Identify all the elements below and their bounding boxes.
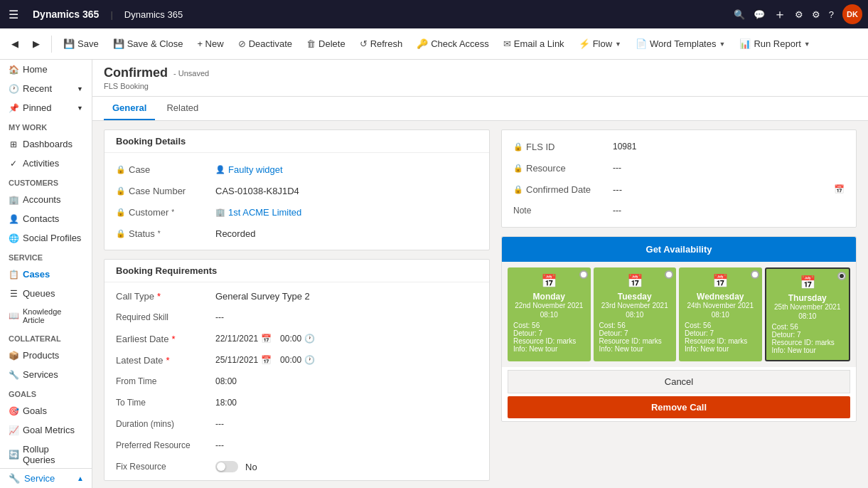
sidebar-item-rollup-queries[interactable]: 🔄 Rollup Queries <box>0 440 92 470</box>
save-button[interactable]: 💾 Save <box>58 36 105 52</box>
check-access-button[interactable]: 🔑 Check Access <box>411 36 495 52</box>
availability-slot-0[interactable]: 📅 Monday 22nd November 2021 08:10 Cost: … <box>508 267 591 361</box>
forward-button[interactable]: ▶ <box>27 36 45 52</box>
confirmed-date-calendar-icon[interactable]: 📅 <box>834 184 845 194</box>
email-link-button[interactable]: ✉ Email a Link <box>498 36 570 52</box>
latest-date-required: * <box>166 355 170 366</box>
pin-icon: 📌 <box>9 103 18 113</box>
availability-panel: Get Availability 📅 Monday 22nd November … <box>501 236 857 422</box>
to-time-value[interactable]: 18:00 <box>215 398 478 408</box>
get-availability-button[interactable]: Get Availability <box>502 237 856 262</box>
earliest-date-input-wrapper: 22/11/2021 📅 00:00 🕐 <box>215 334 478 344</box>
case-row: 🔒 Case 👤 Faulty widget <box>105 159 489 180</box>
preferred-resource-value: --- <box>215 440 478 450</box>
refresh-icon: ↺ <box>360 38 368 49</box>
earliest-date-calendar-icon[interactable]: 📅 <box>261 334 272 344</box>
latest-time-clock-icon[interactable]: 🕐 <box>304 355 315 365</box>
booking-req-body: Call Type * General Survey Type 2 Requir… <box>105 282 489 480</box>
sidebar-item-recent[interactable]: 🕐 Recent ▼ <box>0 79 92 98</box>
form-right: 🔒 FLS ID 10981 🔒 Resource --- <box>501 129 857 488</box>
sidebar-item-activities[interactable]: ✓ Activities <box>0 154 92 173</box>
delete-button[interactable]: 🗑 Delete <box>301 36 351 52</box>
filter-icon[interactable]: ⚙ <box>795 9 803 20</box>
earliest-date-value[interactable]: 22/11/2021 <box>215 334 258 344</box>
slot-date-1: 23rd November 2021 <box>599 302 671 309</box>
fls-id-value: 10981 <box>613 142 845 152</box>
booking-details-header: Booking Details <box>105 130 489 153</box>
back-button[interactable]: ◀ <box>6 36 24 52</box>
run-report-button[interactable]: 📊 Run Report ▼ <box>734 36 815 52</box>
remove-call-button[interactable]: Remove Call <box>508 396 850 418</box>
availability-slot-2[interactable]: 📅 Wednesday 24th November 2021 08:10 Cos… <box>679 267 762 361</box>
flow-button[interactable]: ⚡ Flow ▼ <box>573 36 627 52</box>
sidebar-item-knowledge-article[interactable]: 📖 Knowledge Article <box>0 303 92 329</box>
home-icon: 🏠 <box>9 65 18 75</box>
back-icon: ◀ <box>11 38 18 49</box>
new-button[interactable]: + New <box>191 36 229 52</box>
word-templates-button[interactable]: 📄 Word Templates ▼ <box>630 36 731 52</box>
sidebar-service-icon: 🔧 <box>9 473 20 484</box>
customer-label: 🔒 Customer * <box>116 207 215 218</box>
slot-day-1: Tuesday <box>599 292 671 302</box>
latest-date-calendar-icon[interactable]: 📅 <box>261 355 272 365</box>
status-label: 🔒 Status * <box>116 228 215 239</box>
earliest-time-clock-icon[interactable]: 🕐 <box>304 334 315 344</box>
slot-radio-3[interactable] <box>837 272 846 280</box>
fix-resource-toggle[interactable] <box>215 461 238 472</box>
forward-icon: ▶ <box>33 38 40 49</box>
sidebar-item-home[interactable]: 🏠 Home <box>0 60 92 79</box>
sidebar-item-services[interactable]: 🔧 Services <box>0 365 92 384</box>
hamburger-menu[interactable]: ☰ <box>6 5 21 24</box>
sidebar-item-accounts[interactable]: 🏢 Accounts <box>0 190 92 209</box>
case-number-row: 🔒 Case Number CAS-01038-K8J1D4 <box>105 180 489 201</box>
earliest-time-value[interactable]: 00:00 <box>280 334 301 344</box>
call-type-required: * <box>157 291 161 302</box>
latest-date-value[interactable]: 25/11/2021 <box>215 355 258 365</box>
status-row: 🔒 Status * Recorded <box>105 223 489 244</box>
sidebar-item-dashboards[interactable]: ⊞ Dashboards <box>0 134 92 154</box>
case-number-label: 🔒 Case Number <box>116 186 215 196</box>
confirmed-date-row: 🔒 Confirmed Date --- 📅 <box>502 179 856 200</box>
from-time-label: From Time <box>116 376 215 386</box>
sidebar-item-pinned[interactable]: 📌 Pinned ▼ <box>0 98 92 117</box>
sidebar-item-social-profiles[interactable]: 🌐 Social Profiles <box>0 228 92 248</box>
question-icon[interactable]: ? <box>829 9 834 20</box>
status-lock-icon: 🔒 <box>116 229 126 238</box>
from-time-value[interactable]: 08:00 <box>215 376 478 386</box>
slot-radio-1[interactable] <box>665 270 673 279</box>
settings-icon[interactable]: ⚙ <box>812 9 820 20</box>
slot-details-3: Cost: 56 Detour: 7 Resource ID: marks In… <box>772 323 844 354</box>
case-value[interactable]: 👤 Faulty widget <box>215 164 478 175</box>
sidebar-item-goal-metrics[interactable]: 📈 Goal Metrics <box>0 420 92 440</box>
slot-day-0: Monday <box>513 292 585 302</box>
refresh-button[interactable]: ↺ Refresh <box>354 36 409 52</box>
customer-value[interactable]: 🏢 1st ACME Limited <box>215 207 478 218</box>
avatar[interactable]: DK <box>842 4 862 24</box>
slot-radio-0[interactable] <box>579 270 588 279</box>
latest-time-value[interactable]: 00:00 <box>280 355 301 365</box>
slot-calendar-icon-0: 📅 <box>513 273 585 289</box>
sidebar-item-goals[interactable]: 🎯 Goals <box>0 401 92 420</box>
slot-calendar-icon-3: 📅 <box>772 275 844 290</box>
form-left: Booking Details 🔒 Case 👤 Faulty widget <box>104 129 490 488</box>
add-icon[interactable]: ＋ <box>773 6 786 23</box>
sidebar-item-products[interactable]: 📦 Products <box>0 346 92 365</box>
sidebar-item-cases[interactable]: 📋 Cases <box>0 265 92 284</box>
tab-related[interactable]: Related <box>158 97 207 120</box>
slot-radio-2[interactable] <box>751 270 759 279</box>
sidebar-item-queues[interactable]: ☰ Queues <box>0 284 92 303</box>
call-type-row: Call Type * General Survey Type 2 <box>105 285 489 307</box>
search-icon[interactable]: 🔍 <box>734 9 745 20</box>
save-close-button[interactable]: 💾 Save & Close <box>107 36 189 52</box>
sidebar-item-contacts[interactable]: 👤 Contacts <box>0 209 92 228</box>
service-header: Service <box>0 248 92 265</box>
availability-slot-1[interactable]: 📅 Tuesday 23rd November 2021 08:10 Cost:… <box>594 267 677 361</box>
sidebar-service-bottom[interactable]: 🔧 Service ▲ <box>0 468 92 488</box>
page-header: Confirmed - Unsaved FLS Booking <box>92 60 868 97</box>
tab-general[interactable]: General <box>104 97 155 120</box>
help-chat-icon[interactable]: 💬 <box>754 9 765 20</box>
availability-slot-3[interactable]: 📅 Thursday 25th November 2021 08:10 Cost… <box>765 267 851 361</box>
required-skill-value: --- <box>215 312 478 322</box>
cancel-button[interactable]: Cancel <box>508 370 850 393</box>
deactivate-button[interactable]: ⊘ Deactivate <box>232 36 298 52</box>
